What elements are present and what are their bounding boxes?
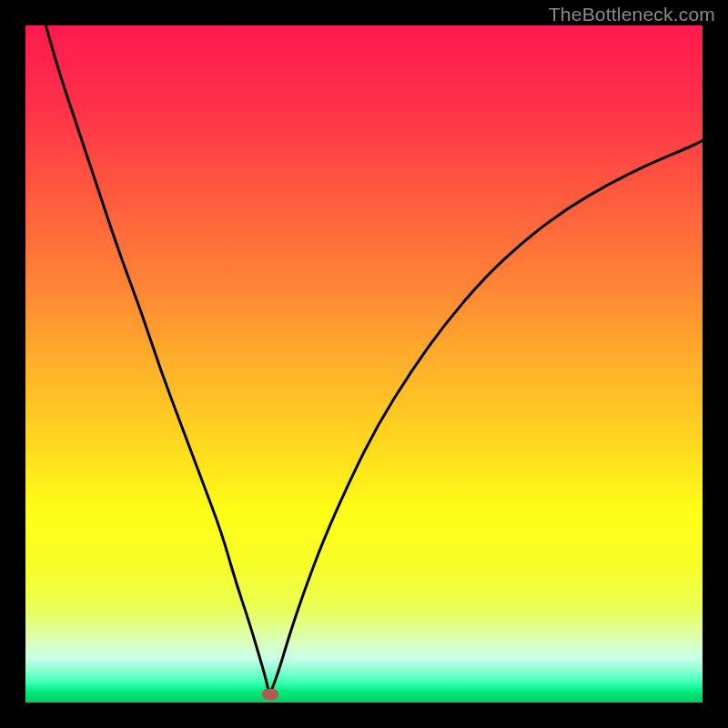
bottleneck-chart xyxy=(25,25,703,703)
watermark-text: TheBottleneck.com xyxy=(549,4,715,25)
minimum-marker xyxy=(262,689,278,700)
gradient-background xyxy=(25,25,703,703)
chart-frame xyxy=(25,25,703,703)
